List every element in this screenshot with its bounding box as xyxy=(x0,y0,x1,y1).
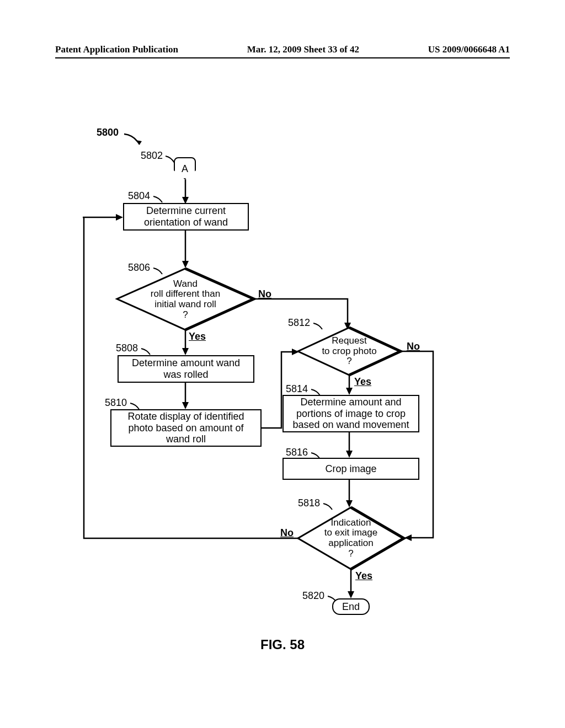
svg-marker-17 xyxy=(346,388,353,395)
arrow-5818-yes xyxy=(347,569,356,599)
decision-5812-text: Request to crop photo ? xyxy=(308,332,391,371)
process-5816-text: Crop image xyxy=(325,463,376,475)
connector-a: A xyxy=(174,157,196,179)
ref-5800: 5800 xyxy=(97,127,119,138)
header-left: Patent Application Publication xyxy=(55,44,178,55)
arrow-5816-to-5818 xyxy=(345,480,355,508)
process-5814-text: Determine amount and portions of image t… xyxy=(292,397,409,431)
arrow-5812-yes xyxy=(345,375,355,396)
process-5814: Determine amount and portions of image t… xyxy=(282,395,419,432)
header-middle: Mar. 12, 2009 Sheet 33 of 42 xyxy=(247,44,359,55)
process-5816: Crop image xyxy=(282,458,419,480)
arrow-5818-no-loop xyxy=(83,217,301,543)
svg-marker-19 xyxy=(346,451,353,458)
ref-5804: 5804 xyxy=(128,190,150,202)
label-yes-5818: Yes xyxy=(355,570,372,582)
figure-58: 5800 5802 5804 5806 5808 5810 5812 5814 xyxy=(83,127,469,634)
arrow-5814-to-5816 xyxy=(345,432,355,459)
ref-5820: 5820 xyxy=(302,590,324,602)
label-yes-5812: Yes xyxy=(354,376,371,388)
ref-5802: 5802 xyxy=(141,150,163,162)
page-header: Patent Application Publication Mar. 12, … xyxy=(55,44,510,58)
page: Patent Application Publication Mar. 12, … xyxy=(0,0,565,728)
arrow-5812-no xyxy=(400,350,450,543)
decision-5818-text: Indication to exit image application ? xyxy=(310,514,392,563)
terminal-end: End xyxy=(332,598,370,615)
figure-caption: FIG. 58 xyxy=(0,637,565,652)
header-right: US 2009/0066648 A1 xyxy=(428,44,510,55)
svg-marker-24 xyxy=(348,591,354,598)
leader-5800 xyxy=(124,132,146,149)
arrow-a-to-5804 xyxy=(181,179,191,204)
